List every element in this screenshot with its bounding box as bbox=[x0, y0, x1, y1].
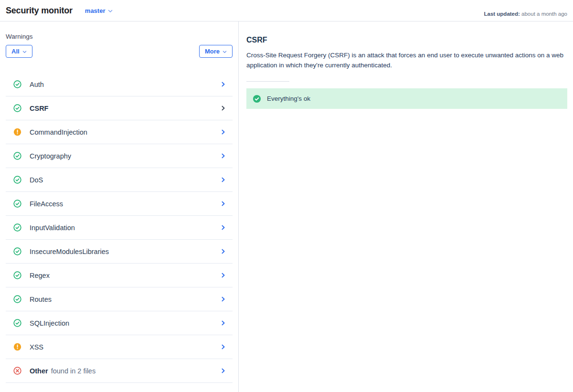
last-updated-label: Last updated: bbox=[484, 11, 520, 17]
status-banner-text: Everything's ok bbox=[267, 95, 310, 102]
chevron-right-icon bbox=[221, 82, 226, 87]
warning-row[interactable]: Cryptography bbox=[6, 144, 233, 168]
status-ok-icon bbox=[13, 295, 21, 303]
warnings-panel: Warnings All More bbox=[0, 21, 239, 392]
warning-row[interactable]: CSRF bbox=[6, 96, 233, 120]
chevron-right-icon bbox=[221, 320, 226, 326]
chevron-right-icon bbox=[221, 297, 226, 302]
detail-description: Cross-Site Request Forgery (CSRF) is an … bbox=[246, 50, 565, 70]
warning-label: Routes bbox=[30, 296, 52, 303]
filter-all-label: All bbox=[11, 48, 20, 55]
branch-name: master bbox=[85, 7, 106, 14]
warning-label: InsecureModulesLibraries bbox=[30, 248, 109, 255]
warning-label: XSS bbox=[30, 343, 43, 351]
warning-extra: found in 2 files bbox=[51, 367, 96, 375]
warning-row[interactable]: Other found in 2 files bbox=[6, 359, 233, 383]
chevron-right-icon bbox=[221, 249, 226, 254]
status-banner: Everything's ok bbox=[246, 88, 567, 109]
status-ok-icon bbox=[13, 271, 21, 279]
chevron-right-icon bbox=[221, 201, 226, 206]
chevron-down-icon bbox=[223, 48, 227, 55]
warning-label: Auth bbox=[30, 81, 44, 88]
status-ok-icon bbox=[13, 80, 21, 88]
warnings-section-label: Warnings bbox=[6, 33, 233, 40]
status-ok-icon bbox=[13, 319, 21, 327]
warning-row[interactable]: InsecureModulesLibraries bbox=[6, 240, 233, 264]
chevron-right-icon bbox=[221, 273, 226, 278]
status-ok-icon bbox=[13, 200, 21, 208]
status-ok-icon bbox=[13, 152, 21, 160]
more-button-label: More bbox=[205, 48, 220, 55]
more-button[interactable]: More bbox=[199, 45, 233, 58]
app-header: Security monitor master Last updated: ab… bbox=[0, 0, 573, 21]
detail-panel: CSRF Cross-Site Request Forgery (CSRF) i… bbox=[239, 21, 573, 392]
warning-label: InputValidation bbox=[30, 224, 75, 232]
warnings-list: Auth CSRF bbox=[6, 73, 233, 383]
status-error-icon bbox=[13, 367, 21, 375]
warning-row[interactable]: Auth bbox=[6, 73, 233, 96]
detail-divider bbox=[246, 81, 289, 82]
chevron-right-icon bbox=[221, 225, 226, 230]
detail-title: CSRF bbox=[246, 36, 567, 44]
filter-all-button[interactable]: All bbox=[6, 45, 32, 58]
warning-row[interactable]: Routes bbox=[6, 287, 233, 311]
chevron-right-icon bbox=[221, 368, 226, 373]
warning-label: Other bbox=[30, 367, 48, 375]
status-ok-icon bbox=[13, 247, 21, 255]
page-title: Security monitor bbox=[6, 6, 73, 16]
chevron-right-icon bbox=[221, 106, 226, 111]
warning-row[interactable]: SQLInjection bbox=[6, 311, 233, 335]
chevron-down-icon bbox=[108, 7, 113, 14]
status-ok-icon bbox=[13, 104, 21, 112]
status-warning-icon bbox=[13, 128, 21, 136]
warning-row[interactable]: Regex bbox=[6, 264, 233, 287]
warning-label: SQLInjection bbox=[30, 319, 69, 327]
warning-row[interactable]: XSS bbox=[6, 335, 233, 359]
warning-row[interactable]: CommandInjection bbox=[6, 120, 233, 144]
last-updated: Last updated: about a month ago bbox=[484, 11, 567, 17]
branch-selector[interactable]: master bbox=[85, 7, 113, 14]
chevron-right-icon bbox=[221, 129, 226, 135]
warning-row[interactable]: FileAccess bbox=[6, 192, 233, 216]
chevron-right-icon bbox=[221, 177, 226, 182]
warning-label: Cryptography bbox=[30, 152, 71, 160]
warning-label: FileAccess bbox=[30, 200, 63, 208]
warning-label: CommandInjection bbox=[30, 128, 87, 136]
warning-row[interactable]: DoS bbox=[6, 168, 233, 192]
warning-label: Regex bbox=[30, 272, 50, 279]
warning-label: CSRF bbox=[30, 105, 48, 112]
last-updated-value: about a month ago bbox=[521, 11, 567, 17]
warning-label: DoS bbox=[30, 176, 43, 184]
filter-row: All More bbox=[6, 45, 233, 58]
chevron-down-icon bbox=[22, 48, 27, 55]
chevron-right-icon bbox=[221, 344, 226, 350]
status-warning-icon bbox=[13, 343, 21, 351]
warning-row[interactable]: InputValidation bbox=[6, 216, 233, 240]
chevron-right-icon bbox=[221, 153, 226, 159]
status-ok-icon bbox=[13, 176, 21, 184]
status-ok-icon bbox=[13, 223, 21, 232]
check-circle-icon bbox=[253, 95, 261, 103]
